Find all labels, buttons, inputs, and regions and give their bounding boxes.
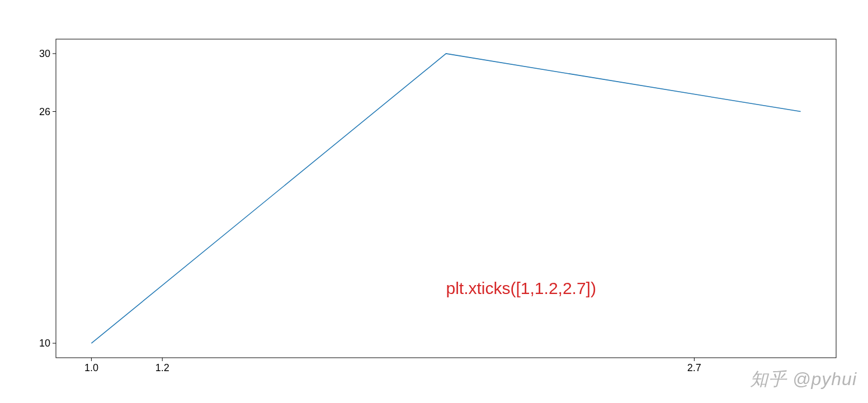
y-axis-tick-labels: 102630	[39, 48, 50, 349]
data-series-line	[91, 54, 800, 343]
axes-frame	[56, 39, 836, 358]
chart-annotation-text: plt.xticks([1,1.2,2.7])	[446, 279, 596, 297]
y-tick-label: 26	[39, 106, 50, 117]
x-axis-tick-labels: 1.01.22.7	[84, 362, 701, 373]
y-tick-label: 30	[39, 48, 50, 59]
x-axis-ticks	[91, 358, 694, 361]
x-tick-label: 2.7	[687, 362, 701, 373]
y-tick-label: 10	[39, 338, 50, 349]
x-tick-label: 1.2	[155, 362, 169, 373]
line-chart-svg: 102630 1.01.22.7 plt.xticks([1,1.2,2.7])	[17, 17, 851, 386]
y-axis-ticks	[53, 54, 56, 343]
x-tick-label: 1.0	[84, 362, 98, 373]
chart-container: 102630 1.01.22.7 plt.xticks([1,1.2,2.7])	[17, 17, 851, 386]
